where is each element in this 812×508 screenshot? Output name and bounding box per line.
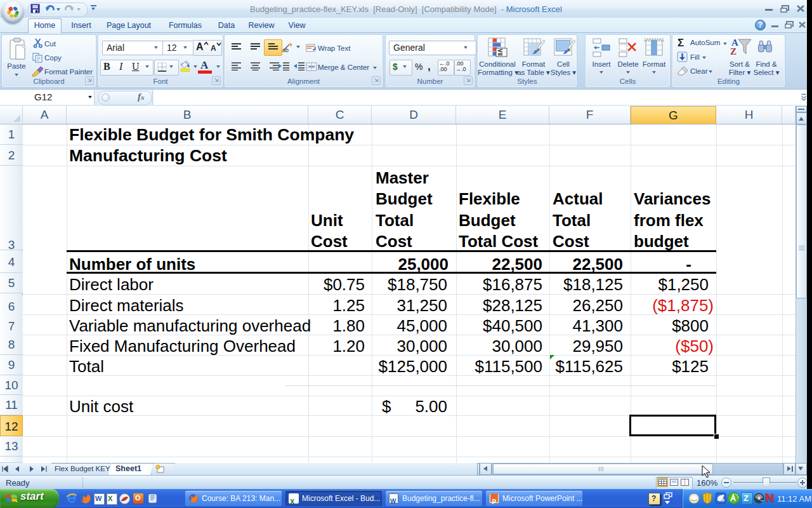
svg-text:ab: ab [282,47,289,53]
